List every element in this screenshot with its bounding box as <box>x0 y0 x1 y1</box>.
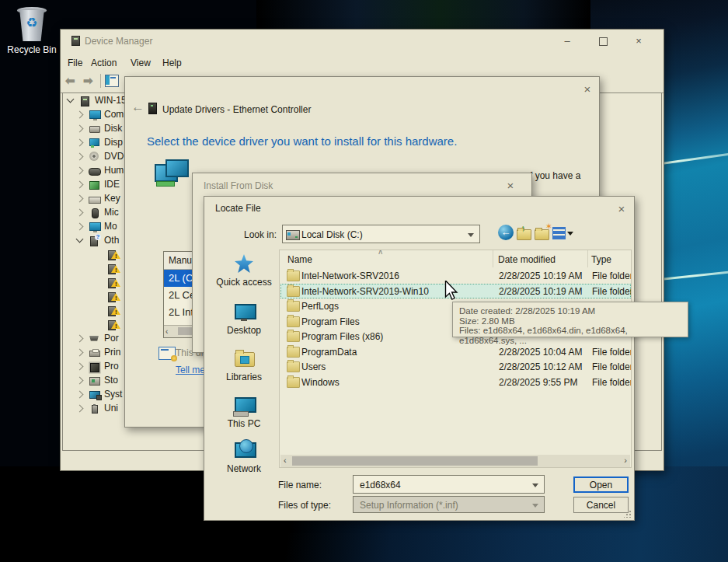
tree-item-label: Mo <box>104 221 117 232</box>
scroll-left-icon[interactable]: ‹ <box>165 327 168 336</box>
tooltip-files: Files: e1d68x64, e1d68x64.din, e1d68x64,… <box>459 326 681 345</box>
wizard-heading: Select the device driver you want to ins… <box>147 134 457 148</box>
view-menu-icon[interactable] <box>552 225 576 242</box>
look-in-combobox[interactable]: Local Disk (C:) <box>282 225 480 243</box>
files-of-type-combobox: Setup Information (*.inf) <box>353 496 545 513</box>
wizard-back-icon[interactable]: ← <box>131 99 145 115</box>
recycle-bin-shortcut[interactable]: ♻ Recycle Bin <box>6 4 57 60</box>
place-label: This PC <box>211 418 277 429</box>
collapsed-chevron-icon[interactable] <box>76 404 84 412</box>
wizard-title: Update Drivers - Ethernet Controller <box>162 104 311 115</box>
unknown-device-warning-icon: ! <box>107 264 119 274</box>
cancel-button[interactable]: Cancel <box>573 497 629 513</box>
collapsed-chevron-icon[interactable] <box>76 138 84 146</box>
place-this-pc[interactable]: This PC <box>211 396 277 429</box>
computer-icon <box>79 96 91 106</box>
maximize-button[interactable] <box>599 37 608 46</box>
file-row[interactable]: Windows2/28/2025 9:55 PMFile folder <box>280 375 631 389</box>
file-name: PerfLogs <box>301 301 339 312</box>
device-manager-app-icon <box>70 35 80 47</box>
locate-file-dialog: Locate File × Look in: Local Disk (C:) ←… <box>204 196 635 521</box>
tree-item-label: Key <box>104 193 120 204</box>
column-date-modified[interactable]: Date modified <box>498 254 556 265</box>
horizontal-scrollbar[interactable]: ‹ › <box>280 455 630 467</box>
close-icon[interactable]: × <box>580 83 594 96</box>
collapsed-chevron-icon[interactable] <box>76 348 84 356</box>
collapsed-chevron-icon[interactable] <box>76 124 84 132</box>
collapsed-chevron-icon[interactable] <box>76 390 84 398</box>
open-button[interactable]: Open <box>573 476 629 493</box>
expanded-chevron-icon[interactable] <box>67 96 75 103</box>
collapsed-chevron-icon[interactable] <box>76 222 84 230</box>
tree-item-label: Por <box>104 333 119 344</box>
system-devices-icon <box>89 389 100 400</box>
collapsed-chevron-icon[interactable] <box>76 334 84 342</box>
collapsed-chevron-icon[interactable] <box>76 194 84 202</box>
column-name[interactable]: Name <box>287 254 312 265</box>
driver-signing-link[interactable]: Tell me <box>176 365 205 375</box>
place-libraries[interactable]: Libraries <box>211 349 277 382</box>
file-list-header: Name Date modified Type ∧ <box>280 250 631 267</box>
tree-item-label: Disk <box>104 123 122 134</box>
tooltip-size: Size: 2.80 MB <box>459 316 681 326</box>
scroll-right-icon[interactable]: › <box>624 456 627 465</box>
display-adapters-icon <box>89 138 100 148</box>
file-name-combobox[interactable]: e1d68x64 <box>353 475 545 494</box>
tree-item-label: Com <box>104 109 124 120</box>
keyboards-icon <box>89 194 100 204</box>
device-manager-titlebar[interactable]: Device Manager – × <box>61 30 664 53</box>
place-label: Libraries <box>211 372 277 382</box>
tree-item-label: Prin <box>104 347 120 358</box>
back-icon[interactable]: ← <box>498 225 515 242</box>
resize-grip[interactable] <box>624 510 632 518</box>
collapsed-chevron-icon[interactable] <box>76 362 84 370</box>
collapsed-chevron-icon[interactable] <box>76 208 84 216</box>
folder-icon <box>287 271 300 281</box>
place-quick-access[interactable]: Quick access <box>211 254 277 288</box>
file-row[interactable]: Users2/28/2025 10:12 AMFile folder <box>280 359 631 374</box>
file-name: Program Files <box>301 316 360 327</box>
menu-view[interactable]: View <box>131 58 151 68</box>
desktop: ♻ Recycle Bin Device Manager – × File Ac… <box>0 0 728 562</box>
up-one-level-icon[interactable]: ↑ <box>516 225 533 242</box>
folder-icon <box>287 361 300 372</box>
scroll-left-icon[interactable]: ‹ <box>284 456 287 465</box>
menu-file[interactable]: File <box>68 58 82 68</box>
tree-item-label: Disp <box>104 137 123 148</box>
collapsed-chevron-icon[interactable] <box>76 166 84 174</box>
new-folder-icon[interactable]: ✶ <box>534 225 551 242</box>
close-button[interactable]: × <box>629 34 648 48</box>
collapsed-chevron-icon[interactable] <box>76 376 84 384</box>
collapsed-chevron-icon[interactable] <box>76 180 84 188</box>
toolbar-separator <box>100 74 101 88</box>
mouse-cursor <box>444 281 458 304</box>
places-bar: Quick accessDesktopLibrariesThis PCNetwo… <box>211 251 277 508</box>
driver-device-icon <box>148 103 157 114</box>
menu-action[interactable]: Action <box>91 58 117 68</box>
chevron-down-icon <box>468 233 474 237</box>
expanded-chevron-icon[interactable] <box>76 236 84 243</box>
forward-toolbar-icon[interactable]: ➡ <box>83 74 93 88</box>
close-icon[interactable]: × <box>615 203 629 215</box>
file-row[interactable]: ProgramData2/28/2025 10:04 AMFile folder <box>280 344 631 359</box>
sort-ascending-icon: ∧ <box>378 250 383 256</box>
folder-icon <box>287 286 300 297</box>
window-title: Device Manager <box>85 36 152 47</box>
column-type[interactable]: Type <box>591 254 611 265</box>
unknown-device-warning-icon: ! <box>107 319 119 330</box>
scrollbar-thumb[interactable] <box>292 456 538 466</box>
place-network[interactable]: Network <box>211 441 277 474</box>
minimize-button[interactable]: – <box>558 34 576 48</box>
print-queues-icon <box>89 347 100 358</box>
file-name: Intel-Network-SRV2016 <box>301 271 399 281</box>
file-date-modified: 2/28/2025 10:19 AM <box>499 286 582 297</box>
menu-help[interactable]: Help <box>162 58 182 68</box>
folder-info-tooltip: Date created: 2/28/2025 10:19 AM Size: 2… <box>452 302 688 337</box>
console-tree-icon[interactable] <box>105 75 119 87</box>
back-toolbar-icon[interactable]: ⬅ <box>65 74 75 88</box>
collapsed-chevron-icon[interactable] <box>76 110 84 118</box>
place-desktop[interactable]: Desktop <box>211 302 277 336</box>
collapsed-chevron-icon[interactable] <box>76 152 84 160</box>
recycle-bin-label: Recycle Bin <box>6 44 57 55</box>
close-icon[interactable]: × <box>503 180 517 192</box>
